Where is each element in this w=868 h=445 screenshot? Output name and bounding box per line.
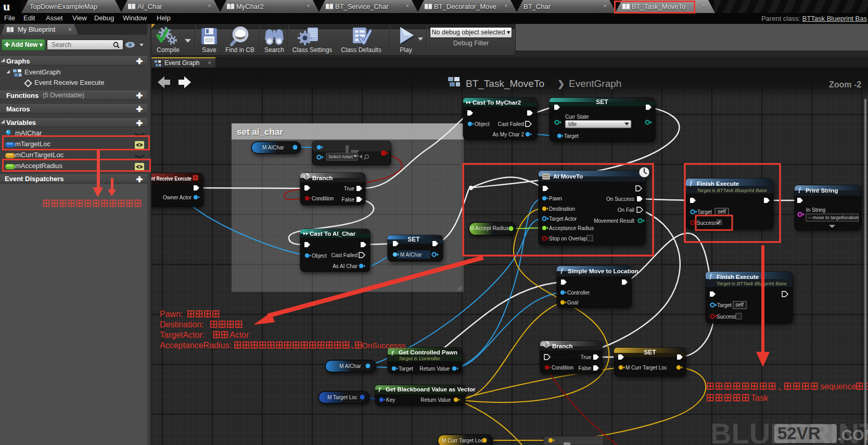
svg-text:Destination:: Destination: [160, 320, 204, 329]
svg-text:Finish Execute: Finish Execute [697, 181, 739, 187]
svg-text:sequence: sequence [820, 382, 856, 391]
svg-text:Acceptance Radius: Acceptance Radius [549, 225, 594, 231]
svg-text:Branch: Branch [312, 175, 333, 181]
svg-text:Object: Object [312, 253, 327, 259]
svg-text:Actor: Actor [229, 330, 249, 339]
svg-text:Pawn: Pawn [549, 196, 562, 201]
svg-text:Target is Controller: Target is Controller [399, 355, 441, 361]
svg-text:self: self [735, 302, 744, 308]
svg-text:Print String: Print String [806, 187, 838, 194]
svg-text:Curr State: Curr State [565, 114, 589, 120]
svg-text:set ai_char: set ai_char [237, 127, 283, 137]
svg-text:Zoom -2: Zoom -2 [829, 80, 861, 89]
svg-text:M AIChar: M AIChar [262, 145, 284, 150]
svg-text:M Curr Target Loc: M Curr Target Loc [626, 365, 667, 371]
svg-text:Destination: Destination [549, 206, 575, 212]
svg-text:AcceptanceRadius:: AcceptanceRadius: [160, 341, 232, 350]
svg-text:Object: Object [475, 121, 490, 127]
svg-text:Target: Target [717, 302, 732, 308]
svg-text:True: True [344, 186, 355, 192]
svg-text:Condition: Condition [552, 365, 573, 371]
svg-text:Owner Actor: Owner Actor [163, 195, 192, 200]
svg-text:52VR: 52VR [777, 424, 821, 443]
svg-text:Target: Target [564, 133, 579, 139]
svg-text:Idle: Idle [568, 121, 577, 127]
svg-text:Target Actor: Target Actor [549, 216, 577, 222]
svg-text:Get Blackboard Value as Vector: Get Blackboard Value as Vector [386, 386, 476, 392]
svg-text:nt Receive Execute: nt Receive Execute [151, 175, 192, 182]
svg-text:Key: Key [386, 397, 395, 403]
svg-text:On Success: On Success [606, 196, 634, 202]
svg-text:Return Value: Return Value [419, 366, 450, 372]
svg-text:Cast Failed: Cast Failed [331, 252, 358, 258]
svg-text:OnSuccesss: OnSuccesss [362, 341, 405, 350]
svg-text:Get Controlled Pawn: Get Controlled Pawn [399, 349, 457, 355]
svg-text:M Accept Radius: M Accept Radius [469, 225, 508, 231]
svg-text:Branch: Branch [552, 343, 573, 349]
svg-text:Task: Task [751, 393, 769, 402]
svg-text:AI MoveTo: AI MoveTo [553, 173, 583, 180]
svg-text:As AI Char: As AI Char [333, 263, 358, 269]
svg-text:Target is BTTask Blueprint Bas: Target is BTTask Blueprint Base [697, 187, 767, 193]
svg-text:BT_Task_MoveTo: BT_Task_MoveTo [466, 78, 544, 90]
svg-text:False: False [579, 365, 592, 371]
svg-text:Controller: Controller [567, 290, 590, 296]
svg-text:M Target Loc: M Target Loc [327, 395, 358, 400]
svg-text:Finish Execute: Finish Execute [717, 274, 759, 280]
svg-text:Goal: Goal [567, 300, 578, 306]
svg-text:TargetActor:: TargetActor: [160, 330, 205, 339]
svg-text:SET: SET [644, 349, 656, 356]
svg-text:Return Value: Return Value [420, 397, 451, 403]
svg-text:M Curr Target Loc: M Curr Target Loc [442, 438, 483, 443]
svg-text:SET: SET [407, 236, 420, 243]
svg-text:Select Asset: Select Asset [328, 154, 353, 159]
svg-text:Target is BTTask Blueprint Bas: Target is BTTask Blueprint Base [717, 281, 787, 286]
svg-text:Target: Target [399, 366, 413, 372]
svg-text:Success: Success [717, 314, 736, 320]
svg-text:Condition: Condition [312, 196, 334, 201]
svg-text:-- move to targetlocation: -- move to targetlocation [808, 215, 859, 220]
svg-text:Cast To MyChar2: Cast To MyChar2 [473, 99, 521, 106]
svg-text:Cast Failed: Cast Failed [497, 121, 524, 127]
svg-text:Target: Target [697, 209, 712, 215]
svg-text:Movement Result: Movement Result [594, 218, 634, 224]
svg-text:Pawn:: Pawn: [160, 310, 183, 319]
svg-text:True: True [581, 354, 592, 360]
svg-text:Cast To AI_Char: Cast To AI_Char [310, 231, 356, 237]
svg-text:SET: SET [596, 98, 608, 106]
svg-text:False: False [342, 197, 355, 202]
svg-text:M AIChar: M AIChar [339, 363, 361, 369]
svg-text:Simple Move to Location: Simple Move to Location [568, 268, 638, 274]
svg-text:As My Char 2: As My Char 2 [492, 132, 524, 137]
svg-text:In String: In String [806, 207, 825, 213]
svg-text:Success: Success [697, 220, 717, 226]
svg-text:M AIChar: M AIChar [400, 252, 422, 258]
svg-text:self: self [718, 209, 726, 214]
svg-text:Stop on Overlap: Stop on Overlap [549, 236, 587, 241]
svg-text:❯: ❯ [557, 79, 565, 90]
svg-text:EventGraph: EventGraph [569, 78, 621, 89]
svg-text:.COM: .COM [837, 427, 868, 443]
svg-text:On Fail: On Fail [618, 207, 634, 213]
